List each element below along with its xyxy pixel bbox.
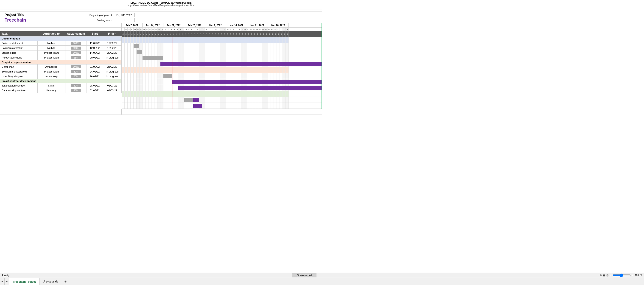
gantt-cell [140,91,142,96]
gantt-cell [217,73,220,79]
gantt-cell [152,67,154,73]
gantt-cell [286,97,289,102]
gantt-cell [187,103,190,108]
gantt-cell [229,73,232,79]
gantt-cell [199,97,202,102]
gantt-cell [208,37,211,43]
gantt-cell [274,43,277,49]
gantt-day-number-row: 7891011121314151617181920212223242526272… [122,28,322,31]
app-title: DIAGRAMME DE GANTT SIMPLE par Vertex42.c… [0,2,322,4]
gantt-cell [202,37,205,43]
gantt-cell [265,73,268,79]
gantt-cell [178,43,181,49]
gantt-cell [166,85,170,91]
task-row: Stakeholders Project Team 100% 14/02/22 … [0,50,122,55]
gantt-cell [256,49,259,55]
gantt-cell [142,61,146,67]
task-start: 20/02/22 [86,55,103,60]
project-name: Treechain [4,18,76,23]
gantt-cell [235,49,238,55]
main-area: Task Attributed to Advancement Start Fin… [0,23,322,109]
gantt-cell [205,67,208,73]
gantt-cell [148,73,152,79]
gantt-cell [259,97,262,102]
gantt-cell [265,55,268,61]
gantt-cell [184,103,187,108]
gantt-cell [283,37,286,43]
th-attributed: Attributed to [38,31,66,36]
gantt-cell [164,79,166,85]
gantt-bar-gray [136,50,142,54]
gantt-cell [277,91,280,96]
gantt-cell [262,49,265,55]
gantt-cell [146,37,148,43]
task-finish: 20/02/22 [103,50,122,55]
gantt-cell [250,49,253,55]
gantt-cell [160,85,164,91]
gantt-cell [277,103,280,108]
gantt-week-label: Feb 7, 2022 [122,23,142,27]
task-finish: In progress [103,55,122,60]
gantt-cell [140,85,142,91]
gantt-cell [241,55,244,61]
gantt-cell [274,91,277,96]
gantt-cell [229,49,232,55]
app-subtitle: https://www.vertex42.com/ExcelTemplates/… [0,4,322,7]
gantt-cell [166,43,170,49]
gantt-j-cell: J [253,31,256,37]
gantt-cell [122,103,124,108]
gantt-cell [256,43,259,49]
gantt-cell [286,37,289,43]
task-attr: Amandeep [38,74,66,79]
gantt-cell [130,43,134,49]
gantt-cell [208,73,211,79]
gantt-cell [247,67,250,73]
gantt-cell [256,55,259,61]
gantt-cell [217,37,220,43]
gantt-cell [130,67,134,73]
gantt-cell [193,73,196,79]
gantt-cell [148,37,152,43]
gantt-cell [175,91,178,96]
gantt-cell [274,49,277,55]
gantt-j-cell: J [158,31,160,37]
header-row: Task Attributed to Advancement Start Fin… [0,31,122,36]
gantt-cell [193,55,196,61]
gantt-j-cell: J [244,31,247,37]
gantt-cell [199,91,202,96]
gantt-day-num: 18 [238,28,241,31]
gantt-cell [140,55,142,61]
gantt-bar-purple [193,104,202,108]
gantt-cell [178,91,181,96]
gantt-cell [268,73,271,79]
gantt-cell [271,49,274,55]
task-table-panel: Task Attributed to Advancement Start Fin… [0,23,122,109]
gantt-cell [170,67,172,73]
gantt-cell [140,61,142,67]
gantt-cell [205,97,208,102]
gantt-cell [152,61,154,67]
gantt-cell [136,103,140,108]
gantt-cell [253,37,256,43]
gantt-cell [244,91,247,96]
gantt-cell [178,103,181,108]
gantt-cell [259,73,262,79]
gantt-cell [283,73,286,79]
gantt-j-cell: J [247,31,250,37]
gantt-cell [277,67,280,73]
gantt-cell [247,97,250,102]
gantt-cell [134,97,136,102]
beginning-value[interactable]: Fri, 2/11/2022 [114,13,134,17]
gantt-day-num: 7 [205,28,208,31]
gantt-day-num: 12 [136,28,140,31]
posting-value[interactable]: 1 [114,18,134,22]
gantt-cell [130,49,134,55]
gantt-cell [190,67,193,73]
gantt-cell [164,85,166,91]
gantt-cell [268,55,271,61]
gantt-cell [128,97,130,102]
gantt-cell [277,37,280,43]
gantt-bar-gray [142,56,163,60]
gantt-cell [220,37,223,43]
gantt-cell [142,49,146,55]
